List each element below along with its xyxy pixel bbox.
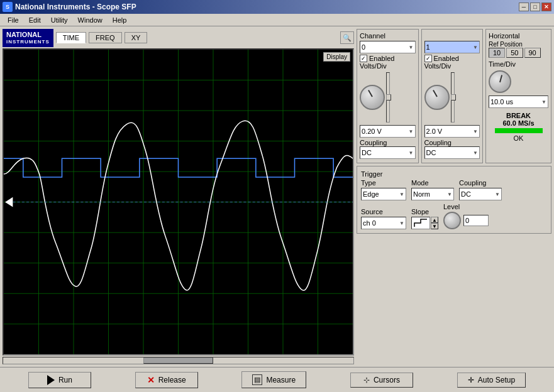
break-rate: 60.0 MS/s (502, 119, 534, 127)
scope-scrollbar[interactable] (3, 357, 354, 364)
menu-file[interactable]: File (3, 15, 24, 25)
menu-window[interactable]: Window (73, 15, 108, 25)
search-button[interactable]: 🔍 (340, 31, 354, 44)
slope-up-button[interactable]: ▲ (431, 217, 438, 223)
run-label: Run (58, 376, 72, 384)
channel-1-slider[interactable] (451, 72, 455, 122)
channel-0-enabled-row: ✓ Enabled (360, 55, 416, 62)
autosetup-icon: ✛ (468, 376, 474, 384)
minimize-button[interactable]: ─ (519, 3, 529, 11)
ch0-coupling-label: Coupling (360, 139, 416, 146)
trigger-slope-control: ▲ ▼ (411, 217, 438, 229)
channel-0-slider-thumb[interactable] (386, 94, 391, 101)
title-bar: S National Instruments - Scope SFP ─ □ ✕ (0, 0, 554, 14)
channel-1-dropdown[interactable]: 1 ▼ (424, 41, 480, 53)
menu-bar: File Edit Utility Window Help (0, 14, 554, 26)
trigger-coupling-label: Coupling (459, 179, 502, 187)
scope-toolbar: NATIONAL INSTRUMENTS TIME FREQ XY 🔍 (3, 29, 354, 47)
channel-0-enabled-label: Enabled (369, 55, 394, 62)
channel-1-block: 1 ▼ ✓ Enabled Volts/Div (421, 29, 484, 163)
app-icon: S (3, 2, 13, 12)
window-title: National Instruments - Scope SFP (15, 3, 136, 11)
trigger-mode-label: Mode (411, 179, 454, 187)
channel-0-knob[interactable] (360, 85, 385, 110)
run-button[interactable]: Run (28, 372, 91, 388)
slope-arrows: ▲ ▼ (431, 217, 438, 229)
autosetup-label: Auto Setup (478, 376, 515, 384)
horizontal-label: Horizontal (489, 32, 548, 40)
release-x-icon: ✕ (147, 375, 155, 385)
channel-0-coupling-dropdown[interactable]: DC ▼ (360, 146, 416, 159)
trigger-type-dropdown[interactable]: Edge ▼ (361, 188, 406, 200)
trigger-coupling-dropdown[interactable]: DC ▼ (459, 188, 502, 200)
channel-0-enabled-checkbox[interactable]: ✓ (360, 55, 367, 62)
ch1-coupling-label: Coupling (424, 139, 480, 146)
level-knob[interactable] (443, 212, 461, 229)
run-icon (47, 375, 55, 385)
window-controls: ─ □ ✕ (519, 3, 551, 11)
trigger-coupling-col: Coupling DC ▼ (459, 179, 502, 200)
channel-1-coupling-dropdown[interactable]: DC ▼ (424, 146, 480, 159)
ref-btn-90[interactable]: 90 (524, 48, 541, 58)
trigger-slope-label: Slope (411, 208, 438, 215)
channel-1-enabled-row: ✓ Enabled (424, 55, 480, 62)
tab-time[interactable]: TIME (56, 32, 86, 43)
slope-down-button[interactable]: ▼ (431, 223, 438, 229)
scope-display: Display (3, 48, 354, 356)
trigger-slope-col: Slope ▲ ▼ (411, 208, 438, 229)
menu-help[interactable]: Help (108, 15, 132, 25)
channel-0-block: Channel 0 ▼ ✓ Enabled Volts/Div (357, 29, 419, 163)
level-input[interactable] (463, 215, 489, 226)
autosetup-button[interactable]: ✛ Auto Setup (457, 373, 526, 388)
trigger-level-col: Level (443, 203, 489, 229)
cursors-label: Cursors (374, 376, 400, 384)
trigger-mode-dropdown[interactable]: Norm ▼ (411, 188, 454, 200)
cursors-button[interactable]: ⊹ Cursors (350, 373, 413, 388)
time-div-label: Time/Div (489, 60, 548, 68)
trigger-source-col: Source ch 0 ▼ (361, 208, 406, 229)
ch1-voltsdiv-label: Volts/Div (424, 62, 480, 70)
maximize-button[interactable]: □ (530, 3, 540, 11)
release-button[interactable]: ✕ Release (135, 372, 198, 388)
controls-panel: Channel 0 ▼ ✓ Enabled Volts/Div (357, 29, 551, 364)
menu-utility[interactable]: Utility (46, 15, 73, 25)
trigger-block: Trigger Type Edge ▼ Mode Norm (357, 166, 551, 234)
cursors-icon: ⊹ (363, 376, 370, 384)
break-label: BREAK 60.0 MS/s (489, 112, 548, 127)
measure-button[interactable]: ▤ Measure (241, 371, 306, 388)
channel-1-enabled-checkbox[interactable]: ✓ (424, 55, 432, 62)
trigger-type-label: Type (361, 179, 406, 187)
tab-xy[interactable]: XY (125, 32, 148, 43)
display-label[interactable]: Display (323, 52, 350, 62)
trigger-source-dropdown[interactable]: ch 0 ▼ (361, 217, 406, 229)
channel-1-slider-thumb[interactable] (451, 94, 456, 101)
trigger-type-col: Type Edge ▼ (361, 179, 406, 200)
measure-icon: ▤ (252, 374, 262, 385)
ref-btn-50[interactable]: 50 (506, 48, 523, 58)
ok-button[interactable]: OK (489, 134, 548, 142)
ref-position-buttons: 10 50 90 (489, 48, 548, 58)
channel-1-enabled-label: Enabled (434, 55, 459, 62)
ref-btn-10[interactable]: 10 (489, 48, 505, 58)
horizontal-knob[interactable] (489, 70, 511, 93)
ref-position-label: Ref Position (489, 41, 548, 48)
channel-0-slider[interactable] (386, 72, 390, 122)
scope-area: NATIONAL INSTRUMENTS TIME FREQ XY 🔍 (3, 29, 354, 364)
measure-label: Measure (266, 376, 296, 384)
time-div-dropdown[interactable]: 10.0 us ▼ (489, 95, 548, 108)
trigger-level-control (443, 212, 489, 229)
scope-waveform-canvas (4, 50, 353, 354)
bottom-toolbar: Run ✕ Release ▤ Measure ⊹ Cursors ✛ Auto… (0, 367, 554, 392)
ni-logo-top: NATIONAL (6, 30, 50, 39)
trigger-label: Trigger (361, 170, 547, 178)
menu-edit[interactable]: Edit (24, 15, 46, 25)
channel-1-volts-dropdown[interactable]: 2.0 V ▼ (424, 125, 480, 138)
tab-freq[interactable]: FREQ (89, 32, 122, 43)
scrollbar-thumb[interactable] (143, 357, 213, 364)
ni-logo-bottom: INSTRUMENTS (6, 39, 50, 45)
trigger-source-label: Source (361, 208, 406, 215)
channel-0-volts-dropdown[interactable]: 0.20 V ▼ (360, 125, 416, 138)
channel-1-knob[interactable] (424, 85, 450, 110)
close-button[interactable]: ✕ (541, 3, 551, 11)
channel-0-dropdown[interactable]: 0 ▼ (360, 41, 416, 53)
